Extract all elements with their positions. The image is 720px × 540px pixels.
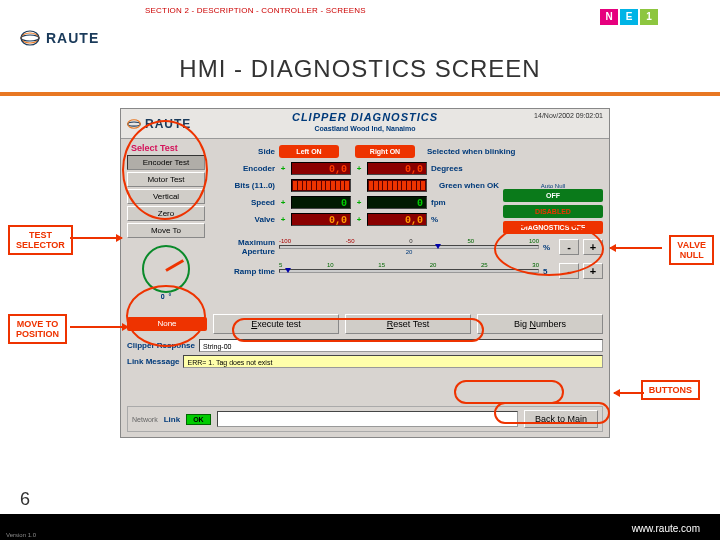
big-numbers-button[interactable]: Big Numbers — [477, 314, 603, 334]
bits-left-bars — [291, 179, 351, 192]
sign: + — [355, 215, 363, 224]
arrow — [610, 247, 662, 249]
raute-logo-icon — [127, 118, 141, 130]
tick: 20 — [430, 262, 437, 268]
speed-label: Speed — [215, 198, 275, 207]
tick: 5 — [279, 262, 282, 268]
footer-bar: Version 1.0 www.raute.com — [0, 514, 720, 540]
green-ok-info: Green when OK — [439, 181, 499, 190]
tick: -50 — [346, 238, 355, 244]
brand-name: RAUTE — [46, 30, 99, 46]
page-title: HMI - DIAGNOSTICS SCREEN — [0, 55, 720, 83]
tick: 25 — [481, 262, 488, 268]
screen-title: CLIPPER DIAGNOSTICS — [292, 111, 438, 123]
label: Big — [514, 319, 530, 329]
ramp-label: Ramp time — [215, 267, 275, 276]
callout-valve-null: VALVE NULL — [669, 235, 714, 265]
raute-logo-icon — [20, 30, 40, 46]
timestamp: 14/Nov/2002 09:02:01 — [534, 112, 603, 119]
network-input[interactable] — [217, 411, 518, 427]
breadcrumb: SECTION 2 - DESCRIPTION - CONTROLLER - S… — [145, 6, 366, 15]
valve-left-val: 0,0 — [291, 213, 351, 226]
page-number: 6 — [20, 489, 30, 510]
nav-e-badge: E — [620, 9, 638, 25]
callout-move-to: MOVE TO POSITION — [8, 314, 67, 344]
sign: + — [355, 198, 363, 207]
aperture-label: Maximum Aperture — [215, 238, 275, 256]
speed-left-val: 0 — [291, 196, 351, 209]
annotation-oval — [122, 120, 208, 220]
link-label: Link — [164, 415, 180, 424]
left-on-pill[interactable]: Left ON — [279, 145, 339, 158]
tick: -100 — [279, 238, 291, 244]
svg-point-3 — [128, 121, 141, 125]
tick: 50 — [467, 238, 474, 244]
label: umbers — [536, 319, 566, 329]
link-message-field: ERR= 1. Tag does not exist — [183, 355, 603, 368]
sign: + — [355, 164, 363, 173]
svg-point-0 — [21, 35, 39, 41]
tick: 0 — [409, 238, 412, 244]
autonull-off-pill[interactable]: OFF — [503, 189, 603, 202]
nav-n-badge: N — [600, 9, 618, 25]
ramp-scale[interactable]: 51015202530 — [279, 262, 539, 280]
link-message-label: Link Message — [127, 357, 179, 366]
valve-right-val: 0,0 — [367, 213, 427, 226]
side-label: Side — [215, 147, 275, 156]
valve-label: Valve — [215, 215, 275, 224]
encoder-right-val: 0,0 — [367, 162, 427, 175]
sign: + — [279, 215, 287, 224]
callout-buttons: BUTTONS — [641, 380, 700, 400]
moveto-test-button[interactable]: Move To — [127, 223, 205, 238]
bits-right-bars — [367, 179, 427, 192]
unit: Degrees — [431, 164, 459, 173]
nav-1-badge: 1 — [640, 9, 658, 25]
annotation-oval — [494, 222, 604, 276]
footer-url: www.raute.com — [632, 523, 700, 534]
tick: 10 — [327, 262, 334, 268]
encoder-label: Encoder — [215, 164, 275, 173]
bits-label: Bits (11..0) — [215, 181, 275, 190]
arrow — [70, 237, 122, 239]
sign: + — [279, 164, 287, 173]
annotation-oval — [494, 402, 610, 424]
annotation-oval — [126, 285, 206, 347]
unit: fpm — [431, 198, 459, 207]
screen-subtitle: Coastland Wood Ind, Nanaimo — [315, 125, 416, 132]
blink-info: Selected when blinking — [427, 147, 515, 156]
callout-test-selector: TEST SELECTOR — [8, 225, 73, 255]
tick: 15 — [378, 262, 385, 268]
annotation-oval — [232, 318, 484, 342]
sign: + — [279, 198, 287, 207]
unit: % — [431, 215, 459, 224]
divider — [0, 92, 720, 96]
annotation-oval — [454, 380, 564, 404]
encoder-left-val: 0,0 — [291, 162, 351, 175]
version: Version 1.0 — [6, 532, 36, 538]
right-on-pill[interactable]: Right ON — [355, 145, 415, 158]
autonull-disabled-pill[interactable]: DISABLED — [503, 205, 603, 218]
arrow — [70, 326, 128, 328]
svg-point-4 — [128, 119, 141, 127]
network-group-label: Network — [132, 416, 158, 423]
speed-right-val: 0 — [367, 196, 427, 209]
arrow — [614, 392, 644, 394]
link-ok-badge: OK — [186, 414, 211, 425]
